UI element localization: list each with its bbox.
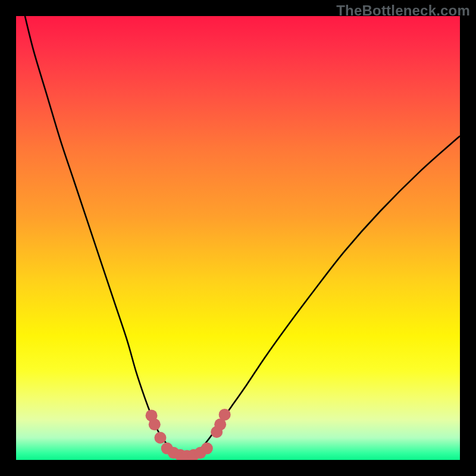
- sweet-spot-dot: [201, 443, 213, 455]
- sweet-spot-dot: [149, 418, 161, 430]
- plot-area: [16, 16, 460, 460]
- sweet-spot-dot: [219, 409, 231, 421]
- sweet-spot-dot: [154, 432, 166, 444]
- chart-svg: [16, 16, 460, 460]
- outer-frame: TheBottleneck.com: [0, 0, 476, 476]
- gradient-bg: [16, 16, 460, 460]
- watermark-text: TheBottleneck.com: [336, 2, 470, 19]
